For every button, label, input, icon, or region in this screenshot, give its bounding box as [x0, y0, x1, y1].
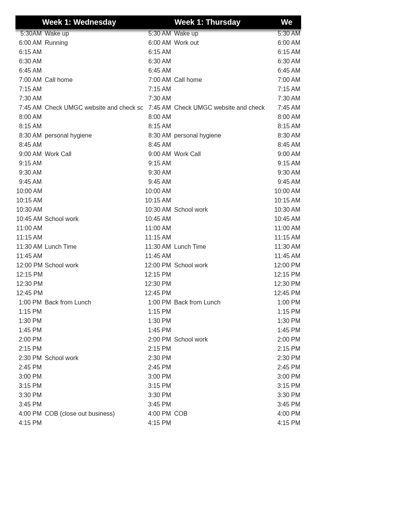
activity-cell	[42, 140, 143, 150]
time-cell: 8:45 AM	[272, 140, 301, 150]
time-cell: 9:00 AM	[143, 150, 172, 159]
activity-cell	[172, 94, 272, 103]
time-cell: 12:30 PM	[143, 279, 172, 289]
time-cell: 8:00 AM	[272, 112, 301, 122]
activity-cell	[42, 289, 143, 298]
time-cell: 6:45 AM	[143, 66, 172, 75]
activity-cell: Check UMGC website and check som	[42, 103, 143, 112]
activity-cell	[172, 214, 272, 224]
time-cell: 8:15 AM	[272, 122, 301, 131]
activity-cell	[42, 177, 143, 187]
time-cell: 12:45 PM	[143, 289, 172, 298]
time-cell: 3:30 PM	[143, 391, 172, 400]
time-cell: 6:00 AM	[15, 38, 42, 48]
activity-cell: COB	[172, 409, 272, 418]
time-cell: 10:45 AM	[15, 214, 42, 224]
time-cell: 11:15 AM	[272, 233, 301, 242]
time-cell: 9:15 AM	[15, 159, 42, 168]
activity-cell: Call home	[172, 75, 272, 85]
time-cell: 2:30 PM	[143, 354, 172, 363]
time-cell: 3:00 PM	[15, 372, 42, 381]
time-cell: 6:00 AM	[143, 38, 172, 48]
time-cell: 5:30 AM	[272, 29, 301, 38]
time-cell: 12:30 PM	[272, 279, 301, 289]
time-cell: 3:00 PM	[143, 372, 172, 381]
activity-cell	[172, 289, 272, 298]
time-cell: 6:30 AM	[143, 57, 172, 66]
time-cell: 11:00 AM	[143, 224, 172, 233]
time-cell: 11:30 AM	[272, 242, 301, 252]
time-cell: 1:45 PM	[272, 326, 301, 335]
activity-cell	[42, 400, 143, 409]
activity-cell	[42, 381, 143, 391]
time-cell: 3:15 PM	[15, 381, 42, 391]
activity-cell: Lunch Time	[42, 242, 143, 252]
time-cell: 12:45 PM	[15, 289, 42, 298]
time-cell: 2:45 PM	[143, 363, 172, 372]
activity-cell: COB (close out business)	[42, 409, 143, 418]
activity-cell	[42, 335, 143, 344]
time-cell: 7:30 AM	[272, 94, 301, 103]
activity-cell	[42, 233, 143, 242]
time-cell: 7:15 AM	[143, 85, 172, 94]
activity-cell: School work	[42, 261, 143, 270]
time-cell: 2:00 PM	[143, 335, 172, 344]
activity-cell	[172, 233, 272, 242]
time-cell: 8:00 AM	[15, 112, 42, 122]
activity-cell	[42, 279, 143, 289]
time-cell: 9:00 AM	[15, 150, 42, 159]
time-cell: 2:00 PM	[15, 335, 42, 344]
activity-cell: Wake up	[172, 29, 272, 38]
time-cell: 1:15 PM	[15, 307, 42, 316]
time-cell: 2:45 PM	[15, 363, 42, 372]
time-cell: 9:45 AM	[15, 177, 42, 187]
activity-cell	[172, 66, 272, 75]
time-cell: 7:45 AM	[272, 103, 301, 112]
activity-cell	[42, 112, 143, 122]
activity-cell	[42, 326, 143, 335]
activity-cell: Check UMGC website and check	[172, 103, 272, 112]
time-cell: 11:30 AM	[143, 242, 172, 252]
time-cell: 6:15 AM	[15, 48, 42, 57]
time-cell: 1:00 PM	[143, 298, 172, 307]
time-cell: 6:30 AM	[272, 57, 301, 66]
time-cell: 12:00 PM	[272, 261, 301, 270]
time-cell: 12:30 PM	[15, 279, 42, 289]
time-cell: 6:45 AM	[15, 66, 42, 75]
time-cell: 2:45 PM	[272, 363, 301, 372]
time-cell: 11:15 AM	[143, 233, 172, 242]
time-cell: 10:30 AM	[272, 205, 301, 214]
activity-cell	[172, 391, 272, 400]
time-cell: 1:00 PM	[272, 298, 301, 307]
time-cell: 9:45 AM	[143, 177, 172, 187]
time-cell: 7:30 AM	[143, 94, 172, 103]
time-cell: 12:15 PM	[272, 270, 301, 279]
time-cell: 10:15 AM	[272, 196, 301, 205]
time-cell: 12:45 PM	[272, 289, 301, 298]
time-cell: 11:00 AM	[272, 224, 301, 233]
activity-cell	[172, 316, 272, 326]
time-cell: 10:45 AM	[272, 214, 301, 224]
activity-cell	[42, 66, 143, 75]
header-partial: We	[272, 15, 301, 29]
time-cell: 11:15 AM	[15, 233, 42, 242]
time-cell: 4:15 PM	[272, 418, 301, 428]
activity-cell	[42, 57, 143, 66]
activity-cell	[172, 372, 272, 381]
activity-cell	[42, 252, 143, 261]
activity-cell	[42, 307, 143, 316]
activity-cell	[42, 205, 143, 214]
activity-cell	[172, 85, 272, 94]
time-cell: 3:45 PM	[272, 400, 301, 409]
activity-cell	[42, 344, 143, 354]
time-cell: 8:00 AM	[143, 112, 172, 122]
time-cell: 11:45 AM	[15, 252, 42, 261]
activity-cell	[172, 168, 272, 177]
time-cell: 7:45 AM	[143, 103, 172, 112]
time-cell: 11:45 AM	[272, 252, 301, 261]
time-cell: 2:00 PM	[272, 335, 301, 344]
time-cell: 6:00 AM	[272, 38, 301, 48]
time-cell: 8:30 AM	[143, 131, 172, 140]
activity-cell	[172, 307, 272, 316]
activity-cell: Back from Lunch	[172, 298, 272, 307]
